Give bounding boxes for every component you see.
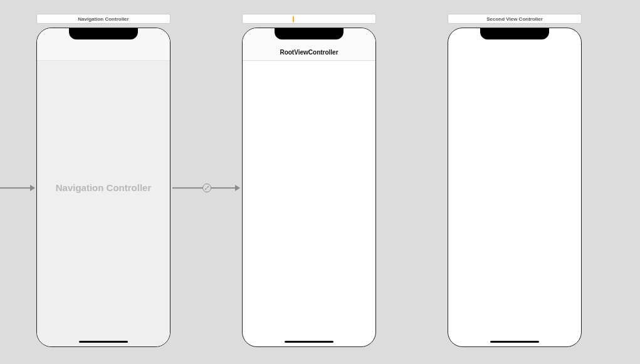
scene-dock[interactable] [293,16,317,21]
scene-title-bar[interactable]: Second View Controller [448,14,582,24]
exit-icon[interactable] [312,16,317,21]
svg-point-1 [205,189,206,190]
scene-title-bar-selected[interactable] [242,14,376,24]
home-indicator [490,341,539,343]
scene-title-label: Navigation Controller [78,16,129,22]
navbar-title-label: RootViewController [280,49,338,56]
first-responder-icon[interactable] [293,16,298,21]
svg-point-2 [207,186,209,187]
scene-title-label: Second View Controller [486,16,543,22]
storyboard-canvas[interactable]: Navigation Controller Navigation Control… [0,0,640,364]
home-indicator [79,341,128,343]
scene-root-view-controller[interactable]: RootViewController [242,14,376,347]
device-frame[interactable]: RootViewController [242,28,376,347]
device-frame[interactable] [448,28,582,347]
view-controller-icon[interactable] [302,16,307,21]
nav-placeholder-label: Navigation Controller [56,182,152,193]
device-notch [480,28,549,39]
scene-navigation-controller[interactable]: Navigation Controller Navigation Control… [36,14,170,347]
device-notch [69,28,138,39]
segue-kind-icon [202,184,211,192]
scene-second-view-controller[interactable]: Second View Controller [448,14,582,347]
scene-title-bar[interactable]: Navigation Controller [36,14,170,24]
home-indicator [285,341,333,343]
device-notch [275,28,344,39]
nav-content-body [37,61,170,346]
device-frame[interactable]: Navigation Controller [36,28,170,347]
root-relationship-segue[interactable] [172,182,240,194]
initial-entry-arrow[interactable] [0,182,35,194]
